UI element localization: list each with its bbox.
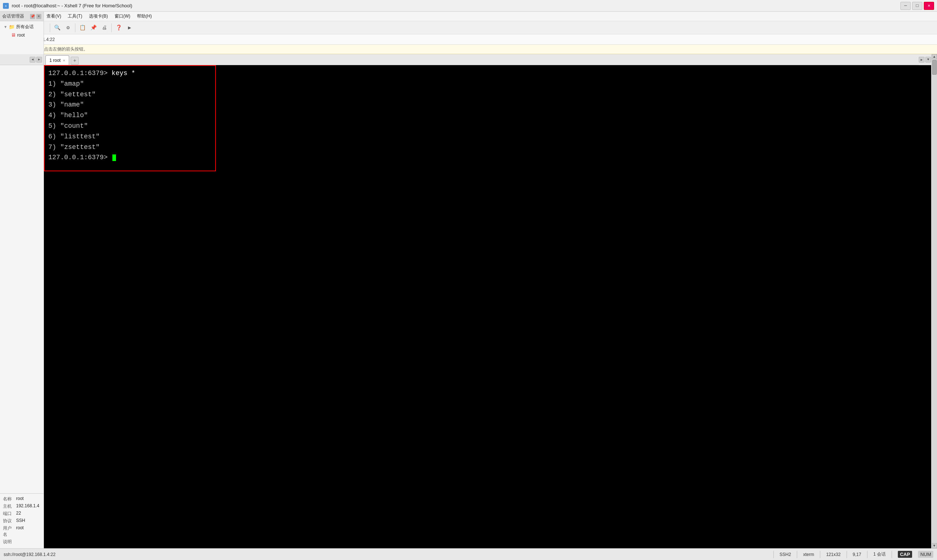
right-scrollbar[interactable]: ▲ ▼ bbox=[931, 54, 937, 548]
toolbar-sep-4 bbox=[111, 23, 112, 32]
tab-add-button[interactable]: + bbox=[71, 57, 79, 65]
status-sep-5 bbox=[867, 551, 868, 558]
toolbar-paste[interactable]: 📌 bbox=[88, 23, 98, 33]
sidebar-label-all: 所有会话 bbox=[16, 24, 34, 30]
menu-window[interactable]: 窗口(W) bbox=[112, 12, 133, 20]
sidebar-label-root: root bbox=[17, 32, 25, 38]
num-badge: NUM bbox=[918, 551, 933, 558]
expand-arrow-icon: ▼ bbox=[4, 25, 7, 29]
status-bar-right: SSH2 xterm 121x32 9,17 1 会话 CAP NUM bbox=[773, 551, 933, 558]
toolbar-help[interactable]: ❓ bbox=[114, 23, 124, 33]
info-value-protocol: SSH bbox=[16, 518, 25, 524]
toolbar-copy[interactable]: 📋 bbox=[77, 23, 88, 33]
scroll-arrow-up[interactable]: ▲ bbox=[932, 54, 937, 59]
info-value-host: 192.168.1.4 bbox=[16, 503, 39, 509]
status-ssh2: SSH2 bbox=[780, 552, 791, 557]
info-label-username: 用户名 bbox=[3, 525, 14, 538]
sidebar-icon-pin[interactable]: 📌 bbox=[30, 14, 35, 19]
sidebar-title: 会话管理器 bbox=[2, 13, 24, 19]
tab-scroll-right-icon[interactable]: ▶ bbox=[36, 57, 42, 63]
terminal-area[interactable]: 127.0.0.1:6379> keys * 1) "amap" 2) "set… bbox=[44, 65, 937, 548]
folder-icon: 📁 bbox=[9, 24, 15, 30]
sidebar: 会话管理器 📌 × ▼ 📁 所有会话 🖥 root 名称 root 主机 192… bbox=[0, 12, 44, 548]
info-value-username: root bbox=[16, 525, 24, 538]
title-bar: X root - root@localhost:~ - Xshell 7 (Fr… bbox=[0, 0, 937, 12]
status-dimensions: 121x32 bbox=[826, 552, 840, 557]
sidebar-header: 会话管理器 📌 × bbox=[0, 12, 43, 21]
tab-close-icon[interactable]: × bbox=[63, 58, 65, 63]
app-icon: X bbox=[3, 3, 9, 9]
toolbar-sep-2 bbox=[50, 23, 50, 32]
info-panel: 名称 root 主机 192.168.1.4 端口 22 协议 SSH 用户名 … bbox=[0, 493, 44, 548]
info-row-username: 用户名 root bbox=[3, 525, 41, 538]
info-label-desc: 说明 bbox=[3, 539, 14, 545]
toolbar-settings[interactable]: ⚙ bbox=[63, 23, 73, 33]
toolbar-print[interactable]: 🖨 bbox=[99, 23, 109, 33]
sidebar-icon-close[interactable]: × bbox=[36, 14, 42, 19]
window-controls: ─ □ ✕ bbox=[900, 2, 934, 10]
status-xterm: xterm bbox=[803, 552, 814, 557]
toolbar-terminal[interactable]: ▶ bbox=[125, 23, 135, 33]
scroll-thumb[interactable] bbox=[932, 60, 937, 75]
tab-root[interactable]: 1 root × bbox=[45, 55, 69, 65]
sidebar-item-all-sessions[interactable]: ▼ 📁 所有会话 bbox=[2, 23, 42, 31]
info-row-host: 主机 192.168.1.4 bbox=[3, 503, 41, 509]
info-value-name: root bbox=[16, 496, 24, 502]
tab-right-scroll-icon[interactable]: ▶ bbox=[919, 57, 925, 63]
tab-bar-left: ◀ ▶ bbox=[0, 54, 44, 65]
address-bar: ssh://root@192.168.1.4:22 bbox=[0, 34, 937, 45]
info-label-port: 端口 bbox=[3, 511, 14, 517]
menu-tools[interactable]: 工具(T) bbox=[65, 12, 85, 20]
status-bar-left: ssh://root@192.168.1.4:22 bbox=[4, 552, 766, 557]
status-sep-6 bbox=[892, 551, 892, 558]
scroll-track[interactable] bbox=[931, 59, 937, 543]
toolbar-sep-3 bbox=[75, 23, 75, 32]
terminal-highlight-box bbox=[44, 65, 216, 171]
menu-tabs[interactable]: 选项卡(B) bbox=[86, 12, 111, 20]
window-title: root - root@localhost:~ - Xshell 7 (Free… bbox=[12, 3, 132, 8]
menu-view[interactable]: 查看(V) bbox=[43, 12, 64, 20]
sidebar-tree: ▼ 📁 所有会话 🖥 root bbox=[0, 21, 43, 40]
tab-dropdown-icon[interactable]: ▼ bbox=[925, 57, 931, 63]
tab-scroll-left-icon[interactable]: ◀ bbox=[30, 57, 35, 63]
status-bar: ssh://root@192.168.1.4:22 SSH2 xterm 121… bbox=[0, 548, 937, 560]
tab-right-controls: ▶ ▼ bbox=[919, 54, 931, 65]
title-bar-left: X root - root@localhost:~ - Xshell 7 (Fr… bbox=[3, 3, 132, 9]
status-sessions: 1 会话 bbox=[873, 551, 886, 557]
status-sep-3 bbox=[820, 551, 820, 558]
menu-help[interactable]: 帮助(H) bbox=[134, 12, 155, 20]
status-connection-text: ssh://root@192.168.1.4:22 bbox=[4, 552, 55, 557]
tab-label: 1 root bbox=[49, 58, 61, 63]
sidebar-child-root: 🖥 root bbox=[2, 31, 42, 39]
info-row-port: 端口 22 bbox=[3, 511, 41, 517]
status-sep-1 bbox=[773, 551, 774, 558]
server-icon: 🖥 bbox=[11, 32, 16, 38]
menu-bar: 文件(F) 编辑(E) 查看(V) 工具(T) 选项卡(B) 窗口(W) 帮助(… bbox=[0, 12, 937, 21]
toolbar-search[interactable]: 🔍 bbox=[52, 23, 62, 33]
info-label-host: 主机 bbox=[3, 503, 14, 509]
info-row-desc: 说明 bbox=[3, 539, 41, 545]
minimize-button[interactable]: ─ bbox=[900, 2, 911, 10]
info-label-protocol: 协议 bbox=[3, 518, 14, 524]
sidebar-header-icons: 📌 × bbox=[30, 14, 42, 19]
scroll-arrow-down[interactable]: ▼ bbox=[932, 543, 937, 548]
info-value-port: 22 bbox=[16, 511, 21, 517]
tab-bar: 1 root × + bbox=[44, 54, 937, 65]
sidebar-item-root[interactable]: 🖥 root bbox=[9, 31, 42, 39]
cap-badge: CAP bbox=[898, 551, 912, 558]
status-position: 9,17 bbox=[853, 552, 861, 557]
info-row-protocol: 协议 SSH bbox=[3, 518, 41, 524]
info-label-name: 名称 bbox=[3, 496, 14, 502]
info-row-name: 名称 root bbox=[3, 496, 41, 502]
tip-bar: ⚠ 要添加当前会话，点击左侧的箭头按钮。 bbox=[0, 45, 937, 54]
svg-text:X: X bbox=[5, 5, 7, 8]
maximize-button[interactable]: □ bbox=[912, 2, 922, 10]
status-sep-4 bbox=[846, 551, 847, 558]
close-button[interactable]: ✕ bbox=[924, 2, 934, 10]
toolbar: 📄 📂 🔌 ⚡ 🔍 ⚙ 📋 📌 🖨 ❓ ▶ bbox=[0, 21, 937, 34]
